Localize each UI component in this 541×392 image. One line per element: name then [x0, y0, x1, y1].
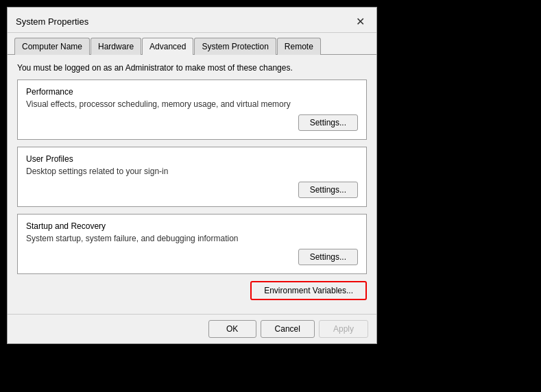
user-profiles-label: User Profiles — [26, 154, 358, 164]
tab-computer-name[interactable]: Computer Name — [14, 38, 90, 55]
user-profiles-desc: Desktop settings related to your sign-in — [26, 167, 358, 176]
performance-settings-button[interactable]: Settings... — [298, 114, 358, 131]
ok-button[interactable]: OK — [208, 320, 256, 338]
user-profiles-section: User Profiles Desktop settings related t… — [17, 147, 367, 207]
tab-advanced[interactable]: Advanced — [142, 38, 193, 55]
startup-recovery-section: Startup and Recovery System startup, sys… — [17, 214, 367, 274]
admin-note: You must be logged on as an Administrato… — [17, 63, 367, 73]
tab-hardware[interactable]: Hardware — [91, 38, 141, 55]
cancel-button[interactable]: Cancel — [261, 320, 315, 338]
tab-system-protection[interactable]: System Protection — [194, 38, 276, 55]
performance-section: Performance Visual effects, processor sc… — [17, 79, 367, 140]
tab-bar: Computer Name Hardware Advanced System P… — [8, 33, 376, 55]
startup-recovery-settings-button[interactable]: Settings... — [298, 249, 358, 265]
system-properties-dialog: System Properties ✕ Computer Name Hardwa… — [7, 7, 377, 344]
performance-label: Performance — [26, 87, 358, 97]
startup-recovery-desc: System startup, system failure, and debu… — [26, 234, 358, 243]
window-title: System Properties — [16, 16, 88, 27]
tab-content-advanced: You must be logged on as an Administrato… — [8, 55, 376, 314]
startup-recovery-label: Startup and Recovery — [26, 221, 358, 231]
performance-desc: Visual effects, processor scheduling, me… — [26, 99, 358, 109]
close-button[interactable]: ✕ — [352, 13, 368, 29]
env-variables-row: Environment Variables... — [17, 281, 367, 300]
environment-variables-button[interactable]: Environment Variables... — [250, 281, 367, 300]
user-profiles-settings-button[interactable]: Settings... — [298, 182, 358, 198]
apply-button[interactable]: Apply — [319, 320, 368, 338]
title-bar: System Properties ✕ — [8, 8, 376, 33]
dialog-footer: OK Cancel Apply — [8, 314, 376, 343]
tab-remote[interactable]: Remote — [277, 38, 321, 55]
